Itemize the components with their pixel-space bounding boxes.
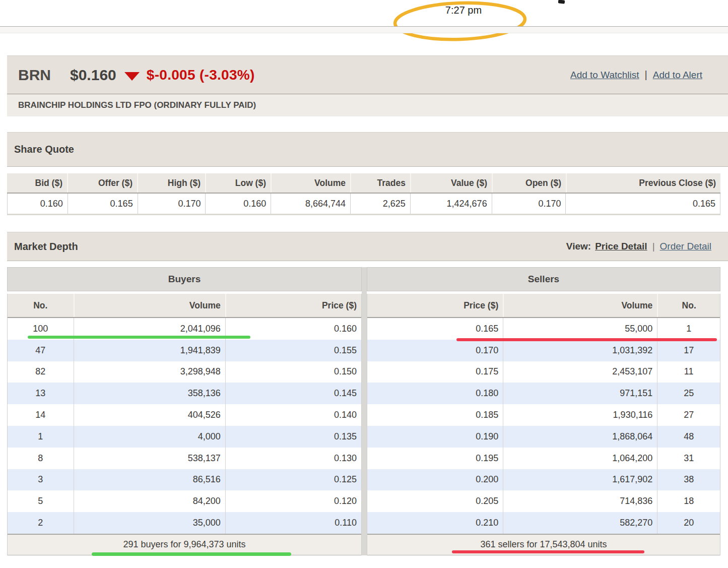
depth-cell: 1,930,116 — [503, 404, 657, 426]
buyers-title: Buyers — [7, 267, 362, 291]
cell: Volume — [503, 294, 657, 317]
view-price-detail-tab[interactable]: Price Detail — [595, 241, 647, 252]
depth-row: 0.1901,868,06448 — [367, 426, 720, 448]
depth-cell: 82 — [8, 361, 74, 383]
depth-cell: 0.145 — [225, 383, 361, 404]
depth-row: 0.1951,064,20031 — [367, 448, 720, 469]
depth-cell: 0.180 — [367, 383, 503, 404]
depth-cell: 14 — [8, 404, 74, 426]
cell: 1,424,676 — [410, 194, 492, 214]
cell: Previous Close ($) — [566, 173, 720, 193]
depth-cell: 582,270 — [503, 512, 657, 534]
sellers-header-row: Price ($)VolumeNo. — [367, 294, 720, 318]
depth-cell: 0.125 — [225, 469, 361, 491]
depth-cell: 0.190 — [367, 426, 503, 448]
depth-cell: 1 — [8, 426, 74, 448]
depth-row: 14,0000.135 — [8, 426, 361, 448]
sellers-rows: 0.16555,00010.1701,031,392170.1752,453,1… — [367, 318, 720, 534]
depth-cell: 5 — [8, 490, 74, 512]
depth-row: 0.1701,031,39217 — [367, 340, 720, 361]
share-quote-title: Share Quote — [14, 144, 74, 155]
price-down-triangle-icon — [124, 72, 140, 81]
depth-cell: 18 — [657, 490, 720, 512]
share-quote-section: Share Quote Bid ($)Offer ($)High ($)Low … — [7, 132, 728, 215]
depth-cell: 0.205 — [367, 490, 503, 512]
view-order-detail-link[interactable]: Order Detail — [660, 241, 711, 252]
cell: 0.160 — [8, 194, 68, 214]
depth-cell: 1,868,064 — [503, 426, 657, 448]
depth-cell: 13 — [8, 383, 74, 404]
depth-cell: 0.135 — [225, 426, 361, 448]
stock-header-panel: BRN $0.160 $-0.005 (-3.03%) Add to Watch… — [7, 55, 728, 116]
depth-cell: 0.140 — [225, 404, 361, 426]
cell: Low ($) — [205, 173, 271, 193]
depth-row: 0.180971,15125 — [367, 383, 720, 404]
cell: No. — [657, 294, 720, 317]
depth-cell: 8 — [8, 448, 74, 469]
browser-chrome-divider — [0, 26, 728, 33]
cell: Open ($) — [492, 173, 566, 193]
green-underline-buyers-summary — [92, 552, 291, 556]
ticker-symbol: BRN — [18, 67, 51, 84]
depth-cell: 3 — [8, 469, 74, 491]
depth-cell: 0.175 — [367, 361, 503, 383]
depth-cell: 971,151 — [503, 383, 657, 404]
depth-cell: 2,453,107 — [503, 361, 657, 383]
cropped-text-fragment — [558, 0, 565, 4]
market-depth-tables: Buyers No.VolumePrice ($) 1002,041,0960.… — [7, 267, 728, 555]
depth-cell: 538,137 — [74, 448, 225, 469]
cell: Price ($) — [225, 294, 361, 317]
green-underline-top-buyer-row — [28, 336, 250, 339]
share-quote-table: Bid ($)Offer ($)High ($)Low ($)VolumeTra… — [7, 173, 720, 215]
depth-row: 823,298,9480.150 — [8, 361, 361, 383]
depth-cell: 11 — [657, 361, 720, 383]
depth-row: 584,2000.120 — [8, 490, 361, 512]
depth-cell: 48 — [657, 426, 720, 448]
depth-cell: 86,516 — [74, 469, 225, 491]
page: 7:27 pm BRN $0.160 $-0.005 (-3.03%) Add … — [0, 0, 728, 568]
cell: 0.170 — [492, 194, 566, 214]
depth-row: 13358,1360.145 — [8, 383, 361, 404]
depth-cell: 0.150 — [225, 361, 361, 383]
depth-cell: 404,526 — [74, 404, 225, 426]
depth-cell: 31 — [657, 448, 720, 469]
cell: Price ($) — [367, 294, 503, 317]
add-to-alert-link[interactable]: Add to Alert — [653, 70, 702, 81]
depth-cell: 55,000 — [503, 318, 657, 340]
buyers-rows: 1002,041,0960.160471,941,8390.155823,298… — [8, 318, 361, 534]
market-depth-section: Market Depth View: Price Detail | Order … — [7, 232, 728, 555]
depth-cell: 0.120 — [225, 490, 361, 512]
sellers-summary: 361 sellers for 17,543,804 units — [480, 539, 607, 550]
buyers-summary: 291 buyers for 9,964,373 units — [123, 539, 245, 550]
add-to-watchlist-link[interactable]: Add to Watchlist — [570, 70, 639, 81]
cell: No. — [8, 294, 74, 317]
depth-cell: 1,941,839 — [74, 340, 225, 361]
cell: 8,664,744 — [271, 194, 350, 214]
depth-row: 0.16555,0001 — [367, 318, 720, 340]
depth-row: 0.1752,453,10711 — [367, 361, 720, 383]
depth-cell: 0.110 — [225, 512, 361, 534]
depth-cell: 35,000 — [74, 512, 225, 534]
depth-cell: 0.210 — [367, 512, 503, 534]
depth-cell: 20 — [657, 512, 720, 534]
depth-row: 235,0000.110 — [8, 512, 361, 534]
company-name: BRAINCHIP HOLDINGS LTD FPO (ORDINARY FUL… — [18, 100, 256, 110]
depth-cell: 358,136 — [74, 383, 225, 404]
cell: 0.165 — [68, 194, 138, 214]
depth-cell: 3,298,948 — [74, 361, 225, 383]
cell: 2,625 — [350, 194, 410, 214]
depth-cell: 38 — [657, 469, 720, 491]
view-separator: | — [652, 241, 655, 252]
depth-row: 386,5160.125 — [8, 469, 361, 491]
depth-cell: 1,617,902 — [503, 469, 657, 491]
depth-cell: 0.195 — [367, 448, 503, 469]
depth-row: 0.205714,83618 — [367, 490, 720, 512]
depth-cell: 25 — [657, 383, 720, 404]
depth-cell: 2 — [8, 512, 74, 534]
depth-cell: 0.165 — [367, 318, 503, 340]
depth-cell: 17 — [657, 340, 720, 361]
depth-cell: 1 — [657, 318, 720, 340]
sellers-table: Sellers Price ($)VolumeNo. 0.16555,00010… — [367, 267, 720, 555]
depth-cell: 1,064,200 — [503, 448, 657, 469]
depth-cell: 84,200 — [74, 490, 225, 512]
